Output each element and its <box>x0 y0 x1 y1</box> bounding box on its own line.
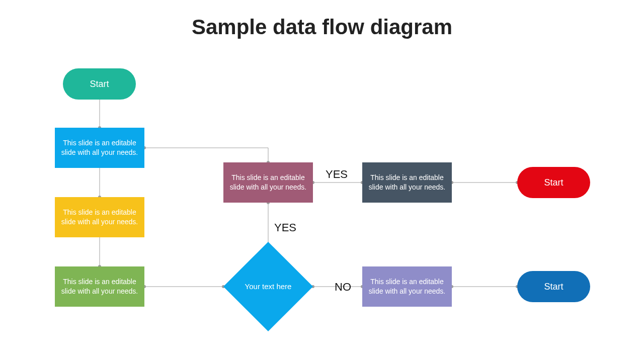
process-box-blue: This slide is an editable slide with all… <box>55 128 144 168</box>
process-box-slate: This slide is an editable slide with all… <box>362 162 452 203</box>
process-box-green: This slide is an editable slide with all… <box>55 266 144 307</box>
edge-label-yes-1: YES <box>326 168 348 181</box>
terminal-right-top: Start <box>517 167 590 198</box>
decision-diamond-text: Your text here <box>223 251 313 322</box>
process-box-violet: This slide is an editable slide with all… <box>362 266 452 307</box>
edge-label-yes-2: YES <box>274 221 296 234</box>
diagram-title: Sample data flow diagram <box>0 15 644 39</box>
flowchart-canvas: Sample data flow diagram Start This slid… <box>0 0 644 362</box>
terminal-right-bottom: Start <box>517 271 590 302</box>
process-box-yellow: This slide is an editable slide with all… <box>55 197 144 237</box>
process-box-purple: This slide is an editable slide with all… <box>223 162 313 203</box>
terminal-start-top: Start <box>63 68 136 100</box>
edge-label-no: NO <box>335 281 351 294</box>
decision-diamond: Your text here <box>223 251 313 322</box>
